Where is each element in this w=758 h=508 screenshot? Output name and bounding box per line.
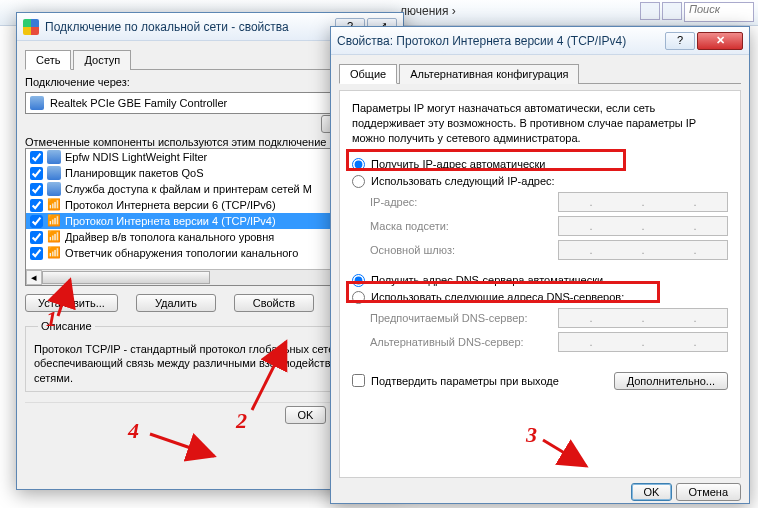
radio-input[interactable] [352, 175, 365, 188]
component-icon: 📶 [47, 214, 61, 228]
scroll-left-icon[interactable]: ◂ [26, 270, 42, 285]
component-icon [47, 150, 61, 164]
ipv4-properties-dialog: Свойства: Протокол Интернета версии 4 (T… [330, 26, 750, 504]
tab-sharing[interactable]: Доступ [73, 50, 131, 70]
ip-label: IP-адрес: [370, 196, 417, 208]
titlebar[interactable]: Свойства: Протокол Интернета версии 4 (T… [331, 27, 749, 55]
install-button[interactable]: Установить... [25, 294, 118, 312]
component-icon: 📶 [47, 246, 61, 260]
radio-input[interactable] [352, 274, 365, 287]
item-check[interactable] [30, 215, 43, 228]
list-item-selected[interactable]: Протокол Интернета версии 4 (TCP/IPv4) [65, 215, 276, 227]
item-check[interactable] [30, 247, 43, 260]
list-item[interactable]: Драйвер в/в тополога канального уровня [65, 231, 274, 243]
radio-dns-manual[interactable]: Использовать следующие адреса DNS-сервер… [352, 289, 728, 306]
annotation-number-4: 4 [128, 418, 139, 444]
radio-label: Получить IP-адрес автоматически [371, 158, 545, 170]
component-icon [47, 166, 61, 180]
ip-field: ... [558, 192, 728, 212]
tab-network[interactable]: Сеть [25, 50, 71, 70]
radio-label: Использовать следующие адреса DNS-сервер… [371, 291, 624, 303]
radio-ip-auto[interactable]: Получить IP-адрес автоматически [352, 156, 728, 173]
checkbox-input[interactable] [352, 374, 365, 387]
help-button[interactable]: ? [665, 32, 695, 50]
adapter-name: Realtek PCIe GBE Family Controller [50, 97, 227, 109]
annotation-number-1: 1 [46, 306, 57, 332]
tabstrip: Общие Альтернативная конфигурация [339, 63, 741, 84]
nav-back-icon[interactable] [640, 2, 660, 20]
tab-alt-config[interactable]: Альтернативная конфигурация [399, 64, 579, 84]
properties-button[interactable]: Свойств [234, 294, 314, 312]
breadcrumb-fragment[interactable]: лючения › [400, 4, 456, 18]
annotation-number-3: 3 [526, 422, 537, 448]
component-icon: 📶 [47, 230, 61, 244]
radio-label: Использовать следующий IP-адрес: [371, 175, 555, 187]
gateway-label: Основной шлюз: [370, 244, 455, 256]
item-check[interactable] [30, 167, 43, 180]
component-icon [47, 182, 61, 196]
tab-general[interactable]: Общие [339, 64, 397, 84]
search-input[interactable]: Поиск [684, 2, 754, 22]
item-check[interactable] [30, 199, 43, 212]
radio-input[interactable] [352, 291, 365, 304]
gateway-field: ... [558, 240, 728, 260]
radio-label: Получить адрес DNS-сервера автоматически [371, 274, 603, 286]
remove-button[interactable]: Удалить [136, 294, 216, 312]
dns2-label: Альтернативный DNS-сервер: [370, 336, 524, 348]
mask-label: Маска подсети: [370, 220, 449, 232]
radio-input[interactable] [352, 158, 365, 171]
list-item[interactable]: Ответчик обнаружения топологии канальног… [65, 247, 298, 259]
close-button[interactable]: ✕ [697, 32, 743, 50]
nav-fwd-icon[interactable] [662, 2, 682, 20]
radio-ip-manual[interactable]: Использовать следующий IP-адрес: [352, 173, 728, 190]
checkbox-label: Подтвердить параметры при выходе [371, 375, 559, 387]
list-item[interactable]: Планировщик пакетов QoS [65, 167, 204, 179]
dns2-field: ... [558, 332, 728, 352]
dns1-label: Предпочитаемый DNS-сервер: [370, 312, 527, 324]
item-check[interactable] [30, 231, 43, 244]
annotation-number-2: 2 [236, 408, 247, 434]
item-check[interactable] [30, 183, 43, 196]
intro-text: Параметры IP могут назначаться автоматич… [352, 101, 728, 146]
radio-dns-auto[interactable]: Получить адрес DNS-сервера автоматически [352, 272, 728, 289]
ok-button[interactable]: OK [285, 406, 327, 424]
list-item[interactable]: Служба доступа к файлам и принтерам сете… [65, 183, 312, 195]
dialog-title: Свойства: Протокол Интернета версии 4 (T… [337, 34, 663, 48]
cancel-button[interactable]: Отмена [676, 483, 741, 501]
nic-icon [30, 96, 44, 110]
confirm-on-exit[interactable]: Подтвердить параметры при выходе [352, 372, 559, 389]
list-item[interactable]: Протокол Интернета версии 6 (TCP/IPv6) [65, 199, 276, 211]
dialog-title: Подключение по локальной сети - свойства [45, 20, 333, 34]
scroll-thumb[interactable] [42, 271, 210, 284]
item-check[interactable] [30, 151, 43, 164]
advanced-button[interactable]: Дополнительно... [614, 372, 728, 390]
mask-field: ... [558, 216, 728, 236]
shield-icon [23, 19, 39, 35]
dns1-field: ... [558, 308, 728, 328]
list-item[interactable]: Epfw NDIS LightWeight Filter [65, 151, 207, 163]
component-icon: 📶 [47, 198, 61, 212]
ok-button[interactable]: OK [631, 483, 673, 501]
